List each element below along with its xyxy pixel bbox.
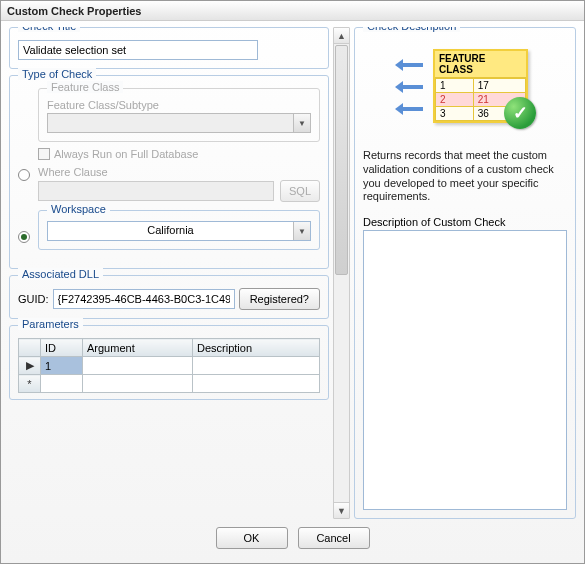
type-of-check-group: Type of Check Feature Class Feature Clas…: [9, 75, 329, 269]
cell-argument[interactable]: [83, 375, 193, 393]
scroll-down-icon[interactable]: ▼: [334, 502, 349, 518]
workspace-legend: Workspace: [47, 203, 110, 215]
guid-input[interactable]: [53, 289, 235, 309]
dialog-title: Custom Check Properties: [1, 1, 584, 21]
check-title-group: Check Title: [9, 27, 329, 69]
table-row[interactable]: *: [19, 375, 320, 393]
parameters-group: Parameters ID Argument Description ▶ 1: [9, 325, 329, 400]
table-header-row: ID Argument Description: [19, 339, 320, 357]
custom-description-label: Description of Custom Check: [363, 216, 567, 228]
ok-button[interactable]: OK: [216, 527, 288, 549]
feature-class-group: Feature Class Feature Class/Subtype ▼: [38, 88, 320, 142]
cell-description[interactable]: [193, 375, 320, 393]
registered-button[interactable]: Registered?: [239, 288, 320, 310]
feature-class-radio[interactable]: [18, 169, 30, 181]
chevron-down-icon: ▼: [293, 114, 310, 132]
check-description-legend: Check Description: [363, 27, 460, 32]
chevron-down-icon[interactable]: ▼: [293, 222, 310, 240]
always-run-checkbox: [38, 148, 50, 160]
workspace-value: California: [48, 222, 293, 240]
left-panel: Check Title Type of Check Feature Class: [9, 27, 329, 519]
feature-class-label: Feature Class/Subtype: [47, 99, 311, 111]
col-description[interactable]: Description: [193, 339, 320, 357]
cancel-button[interactable]: Cancel: [298, 527, 370, 549]
feature-class-legend: Feature Class: [47, 81, 123, 93]
vertical-scrollbar[interactable]: ▲ ▼: [333, 27, 350, 519]
type-of-check-legend: Type of Check: [18, 68, 96, 80]
dialog-footer: OK Cancel: [9, 519, 576, 559]
checkmark-icon: ✓: [504, 97, 536, 129]
table-row[interactable]: ▶ 1: [19, 357, 320, 375]
workspace-radio[interactable]: [18, 231, 30, 243]
arrow-icon: [395, 59, 425, 71]
where-clause-input: [38, 181, 274, 201]
check-description-group: Check Description FEATURE CLASS 117 221: [354, 27, 576, 519]
arrow-icon: [395, 103, 425, 115]
custom-description-textarea[interactable]: [363, 230, 567, 510]
check-title-input[interactable]: [18, 40, 258, 60]
always-run-label: Always Run on Full Database: [54, 148, 198, 160]
cell-id[interactable]: [41, 375, 83, 393]
workspace-group: Workspace California ▼: [38, 210, 320, 250]
parameters-table[interactable]: ID Argument Description ▶ 1 *: [18, 338, 320, 393]
cell-argument[interactable]: [83, 357, 193, 375]
dialog: Custom Check Properties Check Title Type…: [0, 0, 585, 564]
arrow-icon: [395, 81, 425, 93]
workspace-combo[interactable]: California ▼: [47, 221, 311, 241]
scroll-up-icon[interactable]: ▲: [334, 28, 349, 44]
sql-button: SQL: [280, 180, 320, 202]
associated-dll-legend: Associated DLL: [18, 268, 103, 280]
col-id[interactable]: ID: [41, 339, 83, 357]
scroll-thumb[interactable]: [335, 45, 348, 275]
check-description-text: Returns records that meet the custom val…: [363, 149, 567, 204]
associated-dll-group: Associated DLL GUID: Registered?: [9, 275, 329, 319]
check-description-illustration: FEATURE CLASS 117 221 336 ✓: [363, 40, 567, 145]
row-marker: ▶: [19, 357, 41, 375]
parameters-legend: Parameters: [18, 318, 83, 330]
feature-class-combo: ▼: [47, 113, 311, 133]
check-title-legend: Check Title: [18, 27, 80, 32]
where-clause-label: Where Clause: [38, 166, 320, 178]
row-marker: *: [19, 375, 41, 393]
cell-description[interactable]: [193, 357, 320, 375]
cell-id[interactable]: 1: [41, 357, 83, 375]
col-argument[interactable]: Argument: [83, 339, 193, 357]
guid-label: GUID:: [18, 293, 49, 305]
right-panel: Check Description FEATURE CLASS 117 221: [354, 27, 576, 519]
